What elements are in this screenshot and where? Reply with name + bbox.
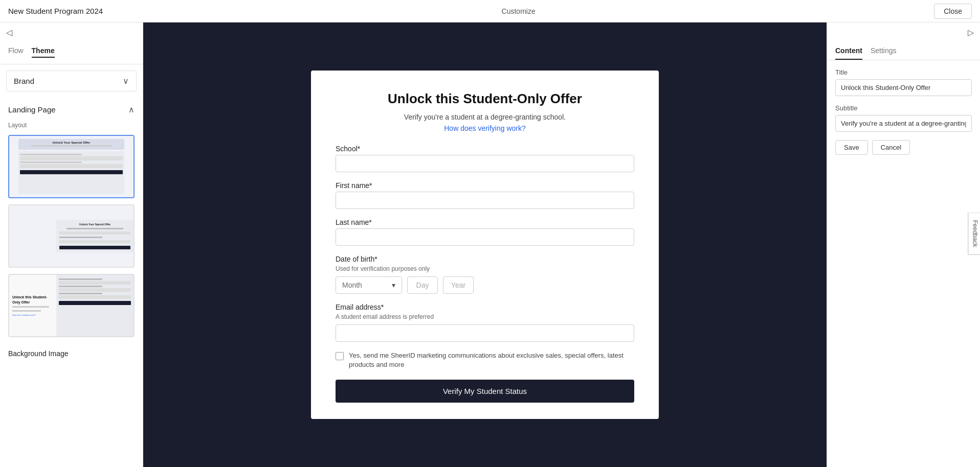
feedback-tab[interactable]: Feedback	[968, 213, 980, 255]
right-actions: Save Cancel	[835, 140, 972, 155]
lastname-input[interactable]	[336, 228, 634, 246]
preview-card: Unlock this Student-Only Offer Verify yo…	[311, 71, 659, 419]
email-sublabel: A student email address is preferred	[336, 313, 634, 320]
landing-page-chevron-icon: ∧	[128, 105, 135, 114]
layout-thumb-2: Unlock Your Special Offer	[9, 205, 133, 267]
firstname-input[interactable]	[336, 192, 634, 209]
verify-link[interactable]: How does verifying work?	[444, 124, 526, 132]
email-label: Email address*	[336, 303, 634, 311]
dob-label: Date of birth*	[336, 255, 634, 263]
layout-options: Unlock Your Special Offer	[6, 133, 137, 339]
email-field: Email address* A student email address i…	[336, 303, 634, 342]
app-title: New Student Program 2024	[8, 7, 103, 15]
email-input[interactable]	[336, 324, 634, 342]
left-sidebar: ◁ Flow Theme Brand ∨ Landing Page ∧ Layo…	[0, 22, 143, 467]
layout-thumb-1: Unlock Your Special Offer	[9, 136, 133, 197]
subtitle-field-label: Subtitle	[835, 104, 972, 112]
school-field: School*	[336, 145, 634, 172]
right-content: Title Subtitle Save Cancel	[827, 60, 980, 467]
collapse-icon: ◁	[6, 28, 12, 37]
close-button[interactable]: Close	[934, 4, 972, 19]
cancel-button[interactable]: Cancel	[872, 140, 910, 155]
lastname-field: Last name*	[336, 218, 634, 246]
year-input[interactable]: Year	[443, 276, 474, 294]
brand-chevron-icon: ∨	[123, 76, 129, 86]
top-bar: New Student Program 2024 Customize Close	[0, 0, 980, 22]
layout-option-2[interactable]: Unlock Your Special Offer	[8, 204, 135, 268]
brand-label: Brand	[14, 77, 34, 85]
verify-button[interactable]: Verify My Student Status	[336, 380, 634, 403]
preview-link-container: How does verifying work?	[336, 124, 634, 132]
sidebar-nav: Flow Theme	[0, 42, 143, 64]
marketing-checkbox[interactable]	[336, 352, 344, 360]
tab-settings[interactable]: Settings	[871, 42, 897, 60]
landing-page-header[interactable]: Landing Page ∧	[6, 100, 137, 120]
firstname-field: First name*	[336, 181, 634, 209]
tab-content[interactable]: Content	[835, 42, 862, 60]
month-placeholder: Month	[342, 281, 362, 289]
right-tabs: Content Settings	[827, 42, 980, 60]
page-center-label: Customize	[502, 7, 536, 15]
month-select[interactable]: Month ▾	[336, 276, 402, 294]
dob-field: Date of birth* Used for verification pur…	[336, 255, 634, 294]
right-collapse-button[interactable]: ▷	[827, 22, 980, 42]
right-collapse-icon: ▷	[968, 28, 974, 37]
title-input[interactable]	[835, 79, 972, 96]
layout-label: Layout	[6, 120, 137, 133]
title-field-label: Title	[835, 68, 972, 76]
marketing-checkbox-label: Yes, send me SheerID marketing communica…	[349, 351, 634, 369]
main-layout: ◁ Flow Theme Brand ∨ Landing Page ∧ Layo…	[0, 22, 980, 467]
landing-page-section: Landing Page ∧ Layout Unlock Your Specia…	[6, 100, 137, 362]
nav-flow[interactable]: Flow	[8, 46, 24, 58]
marketing-checkbox-row: Yes, send me SheerID marketing communica…	[336, 351, 634, 369]
brand-section[interactable]: Brand ∨	[6, 71, 137, 91]
layout-option-3[interactable]: Unlock this Student-Only Offer How does …	[8, 274, 135, 337]
preview-subtitle: Verify you're a student at a degree-gran…	[336, 113, 634, 121]
month-chevron-icon: ▾	[392, 281, 395, 289]
landing-page-label: Landing Page	[8, 105, 56, 114]
subtitle-input[interactable]	[835, 115, 972, 132]
background-image-label: Background Image	[6, 345, 137, 362]
day-input[interactable]: Day	[407, 276, 438, 294]
preview-title: Unlock this Student-Only Offer	[336, 91, 634, 107]
layout-option-1[interactable]: Unlock Your Special Offer	[8, 135, 135, 198]
dob-row: Month ▾ Day Year	[336, 276, 634, 294]
right-sidebar: ▷ Content Settings Title Subtitle Save C…	[827, 22, 980, 467]
lastname-label: Last name*	[336, 218, 634, 226]
sidebar-collapse-button[interactable]: ◁	[0, 22, 143, 42]
school-label: School*	[336, 145, 634, 153]
nav-theme[interactable]: Theme	[32, 46, 55, 58]
preview-area: Unlock this Student-Only Offer Verify yo…	[143, 22, 827, 467]
dob-sublabel: Used for verification purposes only	[336, 265, 634, 272]
firstname-label: First name*	[336, 181, 634, 190]
school-input[interactable]	[336, 155, 634, 172]
save-button[interactable]: Save	[835, 140, 868, 155]
